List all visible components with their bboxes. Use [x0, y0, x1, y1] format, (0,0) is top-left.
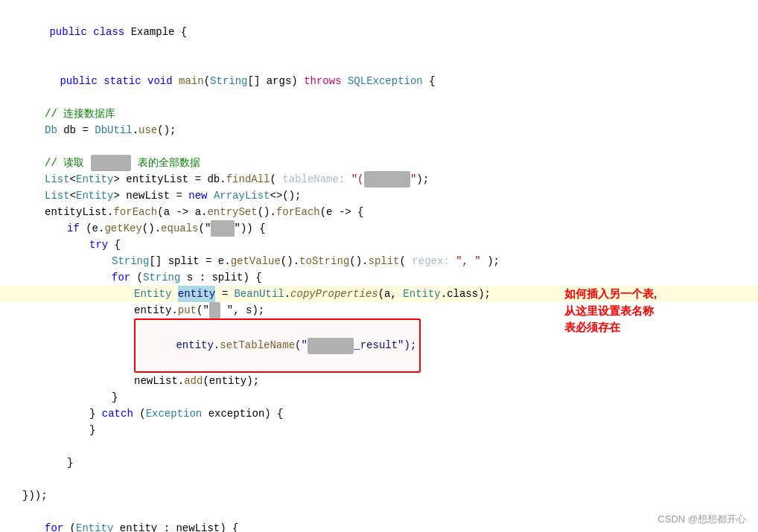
code-line-7: List<Entity> entityList = db.findAll( ta…	[0, 171, 758, 188]
code-line-17: newList.add(entity);	[0, 373, 758, 389]
code-line-3: // 连接数据库	[0, 106, 758, 122]
classname: Example {	[131, 26, 188, 38]
code-line-20: }	[0, 422, 758, 438]
code-line-24: }));	[0, 487, 758, 504]
keyword-public: public	[49, 26, 93, 38]
csdn-watermark: CSDN @想想都开心	[657, 513, 746, 526]
code-line-9: entityList.forEach(a -> a.entrySet().for…	[0, 204, 758, 220]
code-line-18: }	[0, 389, 758, 406]
code-line-13: for (String s : split) {	[0, 269, 758, 286]
code-line-6: // 读取 表的全部数据	[0, 155, 758, 171]
code-line-5	[0, 138, 758, 155]
code-line-4: Db db = DbUtil.use();	[0, 122, 758, 138]
code-line-10: if (e.getKey().equals(" ")) {	[0, 220, 758, 237]
entity-highlight: entity	[178, 286, 215, 302]
code-line-2: public static void main(String[] args) t…	[0, 57, 758, 106]
code-line-21	[0, 438, 758, 455]
keyword-class: class	[93, 26, 130, 38]
code-line-16-redbox: entity.setTableName(" _result"); 如何插入另一个…	[0, 318, 758, 373]
code-line-23	[0, 471, 758, 487]
code-line-12: String[] split = e.getValue().toString()…	[0, 253, 758, 269]
code-line-11: try {	[0, 237, 758, 253]
comment-connect: // 连接数据库	[45, 106, 115, 122]
code-line-1: public class Example {	[0, 7, 758, 57]
code-line-25	[0, 504, 758, 520]
code-container: public class Example { public static voi…	[0, 0, 758, 532]
lightbulb-icon: 💡	[0, 286, 2, 302]
code-line-8: List<Entity> newList = new ArrayList<>()…	[0, 188, 758, 204]
annotation-text: 如何插入另一个表,从这里设置表名称表必须存在	[564, 286, 728, 336]
code-line-26: for (Entity entity : newList) {	[0, 520, 758, 532]
code-line-19: } catch (Exception exception) {	[0, 406, 758, 422]
code-line-22: }	[0, 455, 758, 471]
